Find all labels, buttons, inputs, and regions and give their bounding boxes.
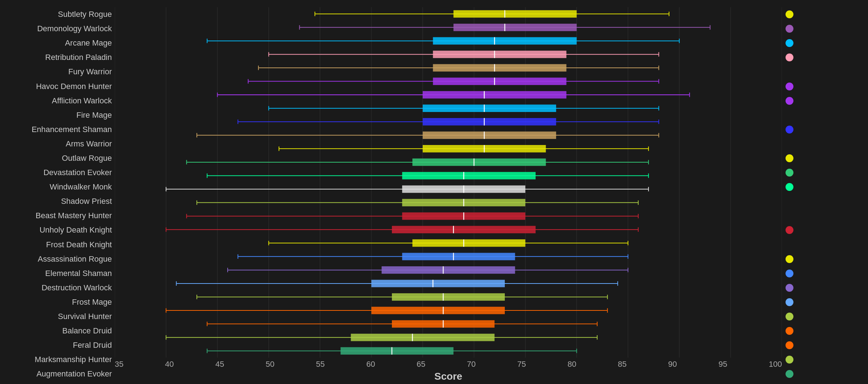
dot-row (786, 7, 793, 22)
dot-row (786, 36, 793, 50)
dot-row (786, 338, 793, 352)
y-label: Frost Death Knight (4, 241, 112, 249)
y-label: Fire Mage (4, 111, 112, 119)
dot-row (786, 151, 793, 165)
y-label: Fury Warrior (4, 68, 112, 76)
y-label: Unholy Death Knight (4, 226, 112, 234)
dot-row (786, 50, 793, 65)
svg-rect-72 (412, 159, 546, 166)
outlier-dot (786, 39, 793, 47)
main-chart (115, 7, 782, 358)
outlier-dot (786, 370, 793, 378)
y-label: Demonology Warlock (4, 25, 112, 33)
dot-row (786, 367, 793, 381)
svg-rect-52 (423, 104, 556, 112)
svg-rect-107 (402, 253, 515, 260)
x-axis-label: 40 (165, 360, 174, 369)
y-label: Outlaw Rogue (4, 154, 112, 162)
y-label: Affliction Warlock (4, 97, 112, 105)
outlier-dot (786, 255, 793, 263)
y-label: Subtlety Rogue (4, 10, 112, 18)
svg-rect-112 (381, 266, 515, 274)
outlier-dot (786, 298, 793, 306)
dot-row (786, 352, 793, 367)
x-axis-label: 70 (467, 360, 475, 369)
dot-row (786, 22, 793, 36)
y-label: Assassination Rogue (4, 255, 112, 263)
y-label: Marksmanship Hunter (4, 356, 112, 364)
x-axis-label: 65 (417, 360, 425, 369)
chart-area: Subtlety RogueDemonology WarlockArcane M… (4, 7, 861, 382)
outlier-dot (786, 327, 793, 335)
x-axis-label: 50 (266, 360, 274, 369)
x-axis-label: 45 (215, 360, 224, 369)
dot-row (786, 281, 793, 295)
y-label: Arcane Mage (4, 39, 112, 47)
outlier-dot (786, 169, 793, 177)
y-label: Havoc Demon Hunter (4, 83, 112, 90)
dot-row (786, 122, 793, 137)
x-axis-title: Score (115, 371, 782, 382)
dot-row (786, 252, 793, 266)
svg-rect-97 (392, 226, 536, 233)
outlier-dot (786, 126, 793, 134)
x-axis-label: 90 (668, 360, 677, 369)
grid-and-bars (115, 7, 782, 358)
y-label: Augmentation Evoker (4, 370, 112, 378)
y-label: Destruction Warlock (4, 284, 112, 292)
svg-rect-37 (433, 64, 566, 72)
svg-rect-22 (454, 24, 577, 31)
svg-rect-127 (371, 307, 505, 314)
x-axis-label: 80 (568, 360, 576, 369)
dot-row (786, 324, 793, 338)
svg-rect-32 (433, 51, 566, 58)
y-label: Enhancement Shaman (4, 126, 112, 134)
dot-row (786, 79, 793, 93)
y-label: Arms Warrior (4, 140, 112, 148)
x-axis-label: 100 (769, 360, 782, 369)
y-label: Windwalker Monk (4, 183, 112, 191)
dot-row (786, 295, 793, 309)
dot-row (786, 94, 793, 108)
y-label: Shadow Priest (4, 197, 112, 205)
svg-rect-62 (423, 131, 556, 139)
x-axis-labels: 35404550556065707580859095100 (115, 358, 782, 369)
dot-row (786, 180, 793, 194)
dot-area (782, 7, 861, 382)
outlier-dot (786, 270, 793, 277)
x-axis-label: 55 (316, 360, 324, 369)
svg-rect-117 (371, 280, 505, 287)
y-label: Balance Druid (4, 327, 112, 335)
chart-container: Subtlety RogueDemonology WarlockArcane M… (0, 0, 868, 384)
svg-rect-102 (412, 239, 525, 247)
y-label: Retribution Paladin (4, 53, 112, 61)
svg-rect-42 (433, 78, 566, 85)
svg-rect-47 (423, 91, 566, 99)
svg-rect-27 (433, 37, 577, 45)
x-axis-label: 95 (718, 360, 727, 369)
outlier-dot (786, 25, 793, 33)
x-axis-label: 60 (366, 360, 375, 369)
x-axis-label: 35 (115, 360, 123, 369)
y-label: Beast Mastery Hunter (4, 212, 112, 220)
y-label: Feral Druid (4, 341, 112, 349)
svg-rect-17 (454, 10, 577, 18)
outlier-dot (786, 83, 793, 90)
y-label: Elemental Shaman (4, 270, 112, 277)
svg-rect-57 (423, 118, 556, 126)
outlier-dot (786, 356, 793, 364)
outlier-dot (786, 226, 793, 234)
plot-area: 35404550556065707580859095100 Score (115, 7, 782, 382)
outlier-dot (786, 154, 793, 162)
x-axis-label: 85 (618, 360, 626, 369)
dot-row (786, 223, 793, 237)
svg-rect-77 (402, 172, 536, 179)
y-labels: Subtlety RogueDemonology WarlockArcane M… (4, 7, 115, 382)
y-label: Frost Mage (4, 298, 112, 306)
dot-row (786, 266, 793, 281)
svg-rect-122 (392, 293, 505, 301)
outlier-dot (786, 341, 793, 349)
outlier-dot (786, 313, 793, 320)
dot-row (786, 165, 793, 180)
svg-rect-137 (351, 334, 495, 341)
